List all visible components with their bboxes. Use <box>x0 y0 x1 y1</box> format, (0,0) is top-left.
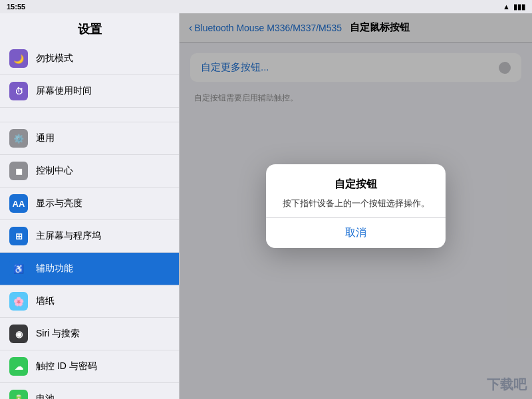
sidebar-label-home-screen: 主屏幕与程序坞 <box>36 230 101 242</box>
sidebar-label-touch-id: 触控 ID 与密码 <box>36 360 97 372</box>
sidebar-item-wallpaper[interactable]: 🌸 墙纸 <box>0 285 179 318</box>
dialog-body: 自定按钮 按下指针设备上的一个按钮选择操作。 <box>266 164 446 218</box>
main-layout: 设置 🌙 勿扰模式 ⏱ 屏幕使用时间 ⚙️ 通用 ◼ 控制中心 AA 显示与亮度… <box>0 13 532 399</box>
sidebar-item-accessibility[interactable]: ♿ 辅助功能 <box>0 253 179 285</box>
sidebar-label-accessibility: 辅助功能 <box>36 263 73 275</box>
sidebar-icon-screen-time: ⏱ <box>9 82 28 100</box>
sidebar-icon-focus-mode: 🌙 <box>9 49 28 68</box>
sidebar-divider <box>0 108 179 122</box>
sidebar-item-home-screen[interactable]: ⊞ 主屏幕与程序坞 <box>0 220 179 253</box>
sidebar-label-general: 通用 <box>36 132 55 144</box>
sidebar-item-general[interactable]: ⚙️ 通用 <box>0 122 179 155</box>
sidebar-icon-control-center: ◼ <box>9 162 28 180</box>
sidebar-label-battery: 电池 <box>36 393 55 399</box>
content-area: ‹ Bluetooth Mouse M336/M337/M535 自定鼠标按钮 … <box>180 13 532 399</box>
sidebar-icon-touch-id: ☁ <box>9 357 28 376</box>
sidebar-item-battery[interactable]: 🔋 电池 <box>0 383 179 399</box>
sidebar-icon-siri: ◉ <box>9 325 28 343</box>
wifi-icon: ▲ <box>503 3 510 11</box>
dialog-cancel-button[interactable]: 取消 <box>266 218 446 248</box>
sidebar-item-control-center[interactable]: ◼ 控制中心 <box>0 155 179 188</box>
sidebar-label-wallpaper: 墙纸 <box>36 295 55 307</box>
sidebar-label-focus-mode: 勿扰模式 <box>36 53 73 65</box>
sidebar-label-display: 显示与亮度 <box>36 198 82 209</box>
sidebar-item-focus-mode[interactable]: 🌙 勿扰模式 <box>0 43 179 75</box>
battery-icon: ▮▮▮ <box>513 3 525 11</box>
sidebar-icon-display: AA <box>9 194 28 213</box>
sidebar-icon-general: ⚙️ <box>9 129 28 148</box>
dialog-actions: 取消 <box>266 218 446 248</box>
sidebar-icon-wallpaper: 🌸 <box>9 292 28 311</box>
status-bar: 15:55 ▲ ▮▮▮ <box>0 0 532 13</box>
sidebar-title: 设置 <box>0 13 179 43</box>
status-time: 15:55 <box>7 3 25 11</box>
sidebar-item-touch-id[interactable]: ☁ 触控 ID 与密码 <box>0 350 179 383</box>
dialog: 自定按钮 按下指针设备上的一个按钮选择操作。 取消 <box>266 164 446 249</box>
dialog-title: 自定按钮 <box>279 178 432 192</box>
dialog-message: 按下指针设备上的一个按钮选择操作。 <box>279 197 432 210</box>
dialog-overlay: 自定按钮 按下指针设备上的一个按钮选择操作。 取消 <box>180 13 532 399</box>
sidebar-item-siri[interactable]: ◉ Siri 与搜索 <box>0 318 179 350</box>
sidebar-label-control-center: 控制中心 <box>36 165 73 177</box>
sidebar-label-screen-time: 屏幕使用时间 <box>36 85 92 97</box>
sidebar-items-container: 🌙 勿扰模式 ⏱ 屏幕使用时间 ⚙️ 通用 ◼ 控制中心 AA 显示与亮度 ⊞ … <box>0 43 179 399</box>
sidebar-icon-home-screen: ⊞ <box>9 227 28 245</box>
sidebar-label-siri: Siri 与搜索 <box>36 328 80 340</box>
sidebar: 设置 🌙 勿扰模式 ⏱ 屏幕使用时间 ⚙️ 通用 ◼ 控制中心 AA 显示与亮度… <box>0 13 180 399</box>
status-icons: ▲ ▮▮▮ <box>503 3 525 11</box>
sidebar-icon-accessibility: ♿ <box>9 259 28 278</box>
sidebar-icon-battery: 🔋 <box>9 390 28 399</box>
sidebar-item-display[interactable]: AA 显示与亮度 <box>0 188 179 220</box>
sidebar-item-screen-time[interactable]: ⏱ 屏幕使用时间 <box>0 75 179 108</box>
